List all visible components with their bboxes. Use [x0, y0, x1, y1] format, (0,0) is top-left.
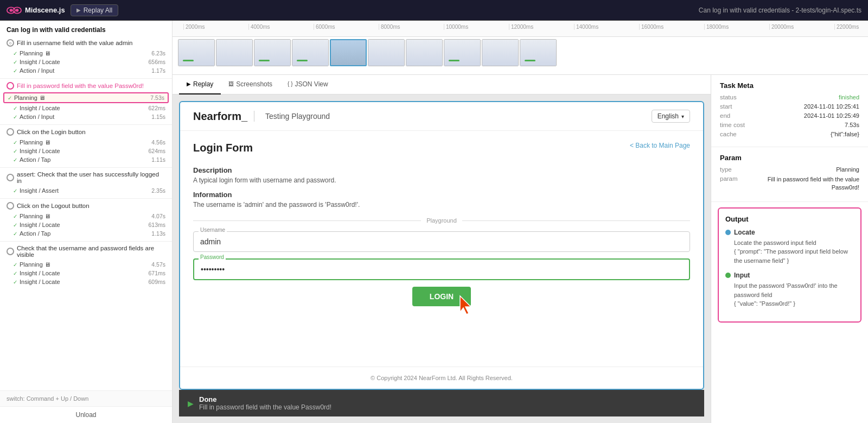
task-row-2-planning[interactable]: ✓ Planning 🖥 7.53s [3, 92, 169, 103]
brand-subtitle: Testing Playground [265, 112, 330, 121]
check-icon: ✓ [13, 140, 17, 146]
tick-10000: 10000ms [444, 24, 509, 30]
cache-value: {"hit":false} [831, 131, 859, 137]
task-header-3[interactable]: Click on the Login button [0, 126, 172, 138]
task-row-label: Insight / Locate [20, 270, 148, 276]
login-button-row: LOGIN [193, 287, 690, 306]
task-row-label: Planning 🖥 [20, 261, 151, 268]
task-row-5-planning[interactable]: ✓ Planning 🖥 4.07s [0, 212, 172, 220]
language-label: English [658, 112, 679, 120]
browser-header: Nearform_ Testing Playground English ▾ [180, 102, 703, 131]
task-header-6[interactable]: Check that the username and password fie… [0, 243, 172, 260]
check-icon: ✓ [13, 105, 17, 111]
timecost-value: 7.53s [845, 122, 859, 128]
task-row-4-assert[interactable]: ✓ Insight / Assert 2.35s [0, 186, 172, 195]
switch-hint: switch: Command + Up / Down [0, 390, 172, 406]
tick-6000: 6000ms [314, 24, 379, 30]
meta-panel: Task Meta status finished start 2024-11-… [711, 75, 868, 423]
task-row-1-input[interactable]: ✓ Action / Input 1.17s [0, 66, 172, 75]
tick-18000: 18000ms [704, 24, 769, 30]
task-row-3-tap[interactable]: ✓ Action / Tap 1.11s [0, 155, 172, 164]
file-path: Can log in with valid credentials - 2-te… [699, 7, 861, 14]
tl-thumb-6[interactable] [368, 39, 405, 66]
tab-screenshots[interactable]: 🖼 Screenshots [221, 75, 280, 94]
tl-thumb-9[interactable] [482, 39, 519, 66]
task-row-6-locate1[interactable]: ✓ Insight / Locate 671ms [0, 269, 172, 277]
task-row-1-planning[interactable]: ✓ Planning 🖥 6.23s [0, 49, 172, 58]
tick-14000: 14000ms [574, 24, 639, 30]
timeline-ruler: 2000ms 4000ms 6000ms 8000ms 10000ms 1200… [173, 21, 868, 37]
tl-thumb-7[interactable] [406, 39, 443, 66]
task-row-time: 4.57s [151, 261, 165, 268]
replay-frame: Nearform_ Testing Playground English ▾ [173, 94, 711, 423]
tl-thumb-1[interactable] [178, 39, 215, 66]
tl-thumb-10[interactable] [520, 39, 557, 66]
tab-json[interactable]: { } JSON View [280, 75, 336, 94]
task-row-3-locate[interactable]: ✓ Insight / Locate 624ms [0, 147, 172, 155]
form-title: Login Form [193, 142, 253, 154]
task-row-6-planning[interactable]: ✓ Planning 🖥 4.57s [0, 260, 172, 269]
param-param-key: param [720, 175, 738, 182]
task-row-label: Planning 🖥 [14, 94, 150, 101]
task-header-1[interactable]: ○ Fill in username field with the value … [0, 37, 172, 49]
task-group-1: ○ Fill in username field with the value … [0, 37, 172, 77]
check-icon: ✓ [13, 262, 17, 268]
locate-desc: Locate the password input field{ "prompt… [725, 238, 854, 266]
task-row-1-locate[interactable]: ✓ Insight / Locate 656ms [0, 58, 172, 66]
unload-button[interactable]: Unload [0, 406, 172, 423]
tl-thumb-4[interactable] [292, 39, 329, 66]
logo-text: Midscene.js [25, 6, 65, 14]
tabs-bar: ▶ Replay 🖼 Screenshots { } JSON View [173, 75, 711, 94]
task-header-4[interactable]: assert: Check that the user has successf… [0, 169, 172, 186]
task-row-time: 624ms [148, 148, 165, 154]
task-circle-5 [7, 202, 14, 210]
task-circle-3 [7, 128, 14, 136]
output-title: Output [725, 215, 854, 223]
task-row-2-locate[interactable]: ✓ Insight / Locate 622ms [0, 104, 172, 112]
language-select[interactable]: English ▾ [652, 110, 690, 123]
sidebar: Can log in with valid credentials ○ Fill… [0, 21, 173, 423]
check-icon: ✓ [13, 213, 17, 219]
task-circle-1: ○ [7, 39, 14, 47]
tl-thumb-3[interactable] [254, 39, 291, 66]
task-row-label: Planning 🖥 [20, 213, 151, 219]
username-label: Username [199, 227, 227, 233]
task-row-time: 613ms [148, 222, 165, 228]
task-row-5-tap[interactable]: ✓ Action / Tap 1.13s [0, 229, 172, 238]
tab-screenshots-label: Screenshots [236, 80, 272, 88]
meta-start-row: start 2024-11-01 10:25:41 [720, 103, 859, 110]
username-field: Username [193, 231, 690, 252]
topbar-left: Midscene.js ▶ Replay All [7, 4, 118, 16]
end-value: 2024-11-01 10:25:49 [804, 112, 859, 119]
replay-all-button[interactable]: ▶ Replay All [71, 4, 118, 16]
task-circle-6 [7, 248, 14, 255]
tl-thumb-5[interactable] [330, 39, 367, 66]
task-label-4: assert: Check that the user has successf… [17, 171, 165, 184]
task-row-label: Planning 🖥 [20, 139, 151, 146]
task-row-time: 4.56s [151, 139, 165, 146]
output-item-input-header: Input [725, 272, 854, 279]
task-header-2[interactable]: Fill in password field with the value Pa… [0, 80, 172, 92]
tab-replay[interactable]: ▶ Replay [179, 75, 221, 94]
password-input[interactable] [193, 258, 690, 280]
done-bar: ▶ Done Fill in password field with the v… [179, 390, 704, 416]
tl-thumb-2[interactable] [216, 39, 253, 66]
task-header-5[interactable]: Click on the Logout button [0, 200, 172, 212]
svg-point-1 [10, 9, 13, 12]
check-icon: ✓ [13, 279, 17, 285]
task-label-1: Fill in username field with the value ad… [17, 40, 133, 46]
task-circle-2 [7, 82, 14, 90]
task-row-5-locate[interactable]: ✓ Insight / Locate 613ms [0, 220, 172, 229]
task-row-label: Insight / Locate [20, 59, 148, 65]
username-input[interactable] [193, 231, 690, 252]
locate-name: Locate [734, 229, 755, 236]
task-row-6-locate2[interactable]: ✓ Insight / Locate 609ms [0, 277, 172, 286]
task-row-label: Insight / Assert [20, 187, 151, 194]
tick-20000: 20000ms [769, 24, 834, 30]
brand-area: Nearform_ Testing Playground [193, 110, 330, 123]
back-link[interactable]: < Back to Main Page [630, 142, 690, 149]
task-row-2-input[interactable]: ✓ Action / Input 1.15s [0, 112, 172, 121]
task-group-2: Fill in password field with the value Pa… [0, 80, 172, 123]
task-row-3-planning[interactable]: ✓ Planning 🖥 4.56s [0, 138, 172, 147]
tl-thumb-8[interactable] [444, 39, 481, 66]
